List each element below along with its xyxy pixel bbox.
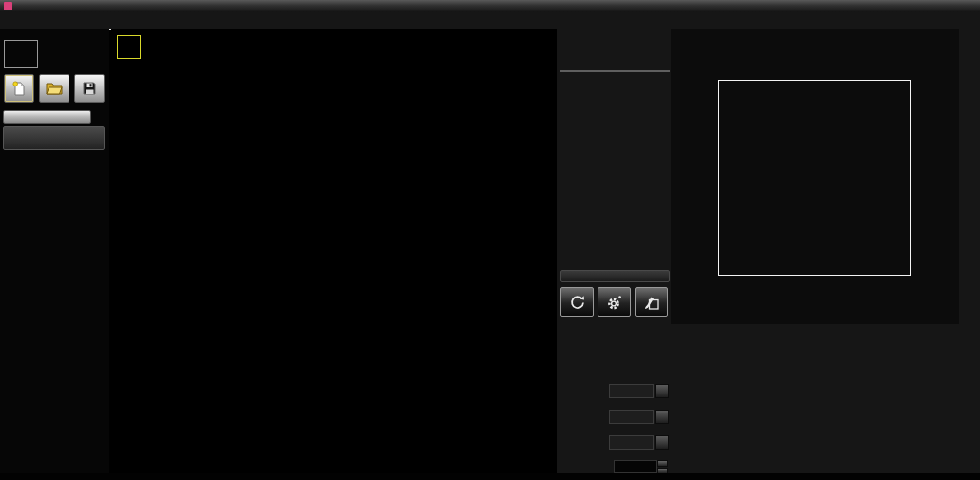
patient-header bbox=[742, 12, 978, 29]
open-file-button[interactable] bbox=[39, 74, 69, 103]
refresh-button[interactable] bbox=[560, 287, 594, 317]
statistics-table bbox=[560, 70, 670, 72]
refresh-icon bbox=[568, 293, 587, 312]
export-report-button[interactable] bbox=[3, 110, 91, 124]
new-file-button[interactable] bbox=[4, 74, 34, 103]
new-roi-button[interactable] bbox=[560, 270, 670, 282]
save-icon bbox=[82, 81, 97, 96]
image-type-select[interactable] bbox=[609, 384, 654, 398]
density-chart bbox=[677, 369, 978, 478]
titlebar bbox=[0, 0, 980, 12]
magnified-roi-outline bbox=[718, 80, 911, 276]
roi-box-selected[interactable] bbox=[109, 29, 111, 30]
app-icon bbox=[4, 2, 12, 10]
metrics-dropdown-arrow-icon[interactable] bbox=[655, 410, 669, 424]
bottom-bar bbox=[0, 473, 980, 480]
retina-image-view bbox=[109, 29, 557, 473]
metrics-select[interactable] bbox=[609, 410, 654, 424]
data-unit-dropdown-arrow-icon[interactable] bbox=[655, 435, 669, 450]
new-file-icon bbox=[10, 80, 28, 97]
open-folder-icon bbox=[45, 80, 64, 97]
edit-brush-button[interactable] bbox=[635, 287, 668, 317]
mosaic-logo bbox=[4, 40, 38, 68]
brush-icon bbox=[642, 293, 661, 312]
save-button[interactable] bbox=[74, 74, 105, 103]
data-unit-select[interactable] bbox=[609, 435, 654, 450]
roi-panel bbox=[559, 33, 671, 480]
image-type-dropdown-arrow-icon[interactable] bbox=[655, 384, 669, 398]
al-spin-up-button[interactable] bbox=[657, 460, 668, 467]
al-mm-input[interactable] bbox=[614, 460, 657, 473]
roi-selected-inner-outline bbox=[117, 35, 141, 59]
app-window bbox=[0, 0, 980, 480]
magnified-cone-view bbox=[671, 29, 959, 324]
sidebar bbox=[0, 29, 109, 473]
gear-icon bbox=[605, 293, 624, 312]
settings-button[interactable] bbox=[598, 287, 631, 317]
eye-side-indicator bbox=[3, 126, 105, 150]
roi-overlay-layer bbox=[109, 29, 557, 473]
